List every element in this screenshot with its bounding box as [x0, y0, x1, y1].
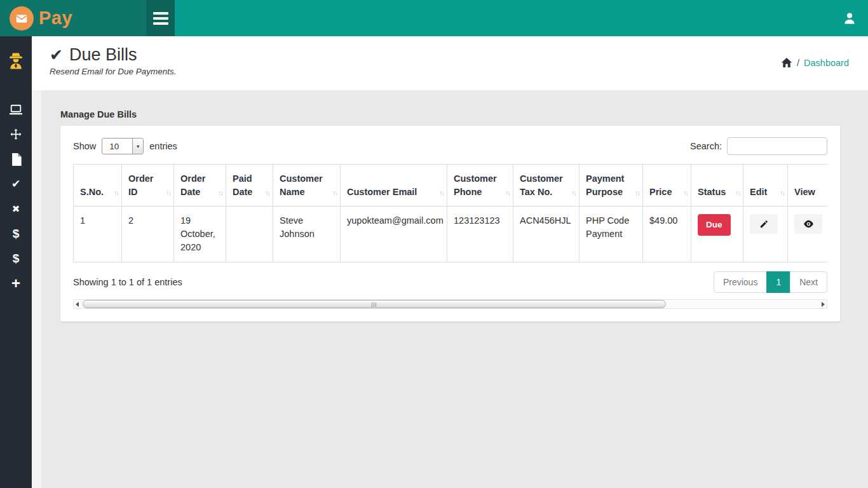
- length-label-before: Show: [73, 141, 96, 151]
- column-header-paid-date[interactable]: Paid Date↑↓: [226, 165, 273, 207]
- user-secret-icon: [6, 51, 25, 71]
- cell-order-date: 19 October, 2020: [174, 207, 226, 262]
- cell-price: $49.00: [643, 207, 691, 262]
- sidebar-item-user-secret[interactable]: [0, 46, 32, 76]
- page-title: Due Bills: [69, 45, 137, 65]
- sidebar: ✔ ✖ $ $ +: [0, 36, 32, 488]
- column-header-payment-purpose[interactable]: Payment Purpose↑↓: [580, 165, 643, 207]
- move-icon: [10, 128, 22, 141]
- table-scroll-region: S.No.↑↓ Order ID↑↓ Order Date↑↓ Paid Dat…: [73, 164, 827, 262]
- sidebar-item-transactions[interactable]: $: [0, 246, 32, 271]
- column-header-view[interactable]: View↑↓: [788, 165, 828, 207]
- sidebar-item-move[interactable]: [0, 122, 32, 147]
- column-header-order-id[interactable]: Order ID↑↓: [122, 165, 174, 207]
- page-length-value: 10: [102, 139, 132, 154]
- column-header-sno[interactable]: S.No.↑↓: [74, 165, 122, 207]
- sidebar-item-due-bills[interactable]: ✖: [0, 196, 32, 221]
- sidebar-item-payments[interactable]: $: [0, 221, 32, 246]
- cell-sno: 1: [74, 207, 122, 262]
- search-label: Search:: [690, 141, 722, 151]
- cell-customer-tax-no: ACN456HJL: [513, 207, 580, 262]
- pencil-icon: [759, 219, 769, 229]
- sort-icon: ↑↓: [780, 188, 784, 198]
- sidebar-item-reports[interactable]: [0, 147, 32, 172]
- status-badge-due[interactable]: Due: [698, 214, 731, 236]
- sort-icon: ↑↓: [332, 188, 337, 198]
- brand-logo[interactable]: Pay: [0, 0, 146, 36]
- length-label-after: entries: [149, 141, 177, 151]
- laptop-icon: [9, 104, 23, 116]
- plus-icon: +: [11, 277, 20, 290]
- pagination: Previous 1 Next: [714, 271, 827, 293]
- column-header-price[interactable]: Price↑↓: [643, 165, 691, 207]
- table-footer: Showing 1 to 1 of 1 entries Previous 1 N…: [73, 271, 827, 293]
- cell-customer-email: yupokteam@gmail.com: [341, 207, 447, 262]
- sort-icon: ↑↓: [571, 188, 576, 198]
- sort-icon: ↑↓: [505, 188, 510, 198]
- cell-payment-purpose: PHP Code Payment: [580, 207, 643, 262]
- eye-icon: [803, 219, 814, 229]
- scroll-left-icon[interactable]: [76, 302, 79, 307]
- column-header-order-date[interactable]: Order Date↑↓: [174, 165, 226, 207]
- edit-button[interactable]: [750, 214, 778, 234]
- breadcrumb-link-dashboard[interactable]: Dashboard: [804, 58, 849, 68]
- sort-icon: ↑↓: [735, 188, 740, 198]
- main-content: Manage Due Bills Show 10 ▼ entries Searc…: [32, 90, 868, 488]
- cell-customer-name: Steve Johnson: [273, 207, 341, 262]
- table-controls: Show 10 ▼ entries Search:: [73, 137, 827, 155]
- next-page-button[interactable]: Next: [790, 271, 827, 293]
- length-menu: Show 10 ▼ entries: [73, 138, 177, 154]
- home-icon[interactable]: [781, 57, 792, 68]
- section-heading: Manage Due Bills: [60, 109, 840, 119]
- due-bills-card: Show 10 ▼ entries Search:: [60, 126, 840, 322]
- dollar-icon: $: [13, 252, 20, 266]
- column-header-customer-name[interactable]: Customer Name↑↓: [273, 165, 341, 207]
- page-header: ✔ Due Bills Resend Email for Due Payment…: [32, 36, 868, 90]
- menu-toggle-icon[interactable]: [146, 0, 175, 36]
- column-header-customer-tax-no[interactable]: Customer Tax No.↑↓: [513, 165, 580, 207]
- scroll-right-icon[interactable]: [822, 302, 825, 307]
- page-button-1[interactable]: 1: [766, 271, 790, 293]
- page-length-select[interactable]: 10 ▼: [102, 138, 144, 154]
- table-row: 1 2 19 October, 2020 Steve Johnson yupok…: [74, 207, 828, 262]
- user-icon: [842, 11, 857, 26]
- sort-icon: ↑↓: [114, 188, 118, 198]
- dollar-icon: $: [13, 227, 20, 241]
- cell-view: [788, 207, 828, 262]
- sidebar-item-add-new[interactable]: +: [0, 271, 32, 295]
- check-icon: ✔: [50, 47, 63, 63]
- scrollbar-grip-icon: [372, 302, 377, 307]
- sidebar-item-paid-bills[interactable]: ✔: [0, 172, 32, 196]
- view-button[interactable]: [794, 214, 822, 234]
- search-input[interactable]: [727, 137, 827, 155]
- cell-customer-phone: 123123123: [447, 207, 513, 262]
- column-header-status[interactable]: Status↑↓: [691, 165, 743, 207]
- column-header-customer-email[interactable]: Customer Email↑↓: [341, 165, 447, 207]
- check-icon: ✔: [11, 177, 20, 191]
- sidebar-item-dashboard[interactable]: [0, 97, 32, 122]
- scrollbar-thumb[interactable]: [83, 300, 666, 308]
- cell-order-id: 2: [122, 207, 174, 262]
- user-menu-button[interactable]: [831, 0, 868, 36]
- previous-page-button[interactable]: Previous: [714, 271, 767, 293]
- sort-icon: ↑↓: [218, 188, 222, 198]
- sort-icon: ↑↓: [439, 188, 444, 198]
- cell-paid-date: [226, 207, 273, 262]
- navbar: [175, 0, 868, 36]
- breadcrumb-separator: /: [797, 58, 799, 68]
- sort-icon: ↑↓: [166, 188, 170, 198]
- table-header-row: S.No.↑↓ Order ID↑↓ Order Date↑↓ Paid Dat…: [74, 165, 828, 207]
- file-icon: [11, 153, 22, 166]
- horizontal-scrollbar[interactable]: [73, 299, 827, 309]
- close-icon: ✖: [12, 203, 20, 215]
- sort-icon: ↑↓: [635, 188, 639, 198]
- entries-info: Showing 1 to 1 of 1 entries: [73, 277, 182, 287]
- page-subtitle: Resend Email for Due Payments.: [50, 67, 849, 76]
- column-header-customer-phone[interactable]: Customer Phone↑↓: [447, 165, 513, 207]
- cell-status: Due: [691, 207, 743, 262]
- envelope-icon: [10, 6, 34, 30]
- breadcrumb: / Dashboard: [781, 57, 849, 68]
- column-header-edit[interactable]: Edit↑↓: [743, 165, 788, 207]
- sort-icon: ↑↓: [683, 188, 688, 198]
- chevron-down-icon: ▼: [132, 139, 143, 154]
